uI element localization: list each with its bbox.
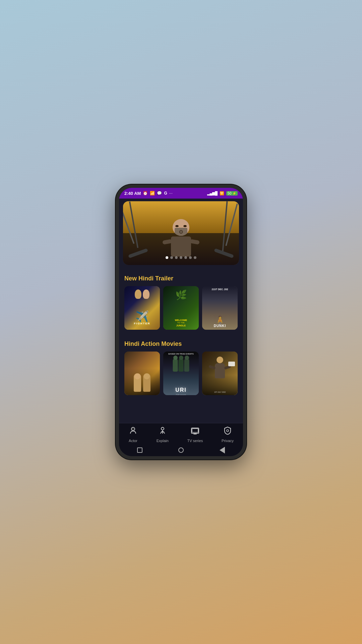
- app-content: ⚙: [119, 199, 243, 456]
- nav-item-explain[interactable]: Explain: [157, 426, 169, 443]
- alarm-icon: ⏰: [143, 191, 148, 196]
- nav-item-privacy[interactable]: Privacy: [222, 426, 234, 443]
- recents-icon: [137, 447, 142, 453]
- tvseries-label: TV series: [187, 439, 203, 443]
- hero-image[interactable]: ⚙: [123, 201, 239, 265]
- actor-icon: [128, 426, 138, 437]
- back-icon: [220, 447, 225, 453]
- nav-item-actor[interactable]: Actor: [128, 426, 138, 443]
- trailer-section: New Hindi Trailer ✈️ FIGHTER: [119, 271, 243, 334]
- dot-6[interactable]: [189, 256, 192, 259]
- trailer-movies-row: ✈️ FIGHTER: [124, 286, 238, 330]
- android-recents-btn[interactable]: [136, 447, 143, 453]
- battery-icon: 50 ⚡: [226, 191, 238, 196]
- tvseries-icon: [190, 426, 200, 437]
- dot-2[interactable]: [170, 256, 173, 259]
- privacy-icon: [223, 426, 232, 437]
- svg-point-1: [132, 428, 134, 430]
- status-icons: ▂▄▆█ 🛜 50 ⚡: [207, 191, 238, 196]
- nav-item-tvseries[interactable]: TV series: [187, 426, 203, 443]
- svg-point-2: [161, 427, 164, 430]
- action-section: Hindi Action Movies: [119, 336, 243, 399]
- movie-card-welcome[interactable]: WELCOME TO THE JUNGLE 🌿: [163, 286, 199, 330]
- movie-card-action3[interactable]: 1ST JULY 2022: [202, 352, 238, 395]
- bottom-nav: Actor Explain: [119, 423, 243, 444]
- phone-frame: 2:40 AM ⏰ 📶 💬 G ··· ▂▄▆█ 🛜 50 ⚡: [116, 184, 246, 460]
- signal-icon: ▂▄▆█: [207, 191, 218, 196]
- actor-label: Actor: [129, 439, 137, 443]
- android-nav: [119, 444, 243, 456]
- hero-banner[interactable]: ⚙: [119, 201, 243, 268]
- status-time: 2:40 AM: [124, 191, 141, 196]
- movie-card-uri[interactable]: BASED ON TRUE EVENTS: [163, 352, 199, 395]
- wifi-icon: 🛜: [220, 191, 224, 196]
- movie-card-baaghi[interactable]: [124, 352, 160, 395]
- more-icon: ···: [169, 191, 173, 196]
- svg-rect-4: [192, 429, 198, 432]
- explain-label: Explain: [157, 439, 169, 443]
- status-bar: 2:40 AM ⏰ 📶 💬 G ··· ▂▄▆█ 🛜 50 ⚡: [119, 188, 243, 199]
- explain-icon: [158, 426, 167, 437]
- movie-card-dunki[interactable]: 21ST DEC. 202 🧍 DUNKI: [202, 286, 238, 330]
- android-home-btn[interactable]: [178, 447, 184, 453]
- android-back-btn[interactable]: [219, 447, 226, 453]
- action-section-title: Hindi Action Movies: [124, 340, 238, 347]
- movie-card-fighter[interactable]: ✈️ FIGHTER: [124, 286, 160, 330]
- svg-point-6: [227, 430, 229, 432]
- dot-7[interactable]: [194, 256, 196, 259]
- google-icon: G: [164, 191, 167, 196]
- privacy-label: Privacy: [222, 439, 234, 443]
- dot-3[interactable]: [175, 256, 178, 259]
- dot-5[interactable]: [184, 256, 187, 259]
- action-movies-row: BASED ON TRUE EVENTS: [124, 352, 238, 395]
- message-icon: 💬: [157, 191, 162, 196]
- carousel-dots: [166, 256, 196, 259]
- dot-4[interactable]: [180, 256, 182, 259]
- home-icon: [178, 447, 184, 453]
- dot-1[interactable]: [166, 256, 168, 259]
- wifi-signal-icon: 📶: [150, 191, 155, 196]
- trailer-section-title: New Hindi Trailer: [124, 275, 238, 282]
